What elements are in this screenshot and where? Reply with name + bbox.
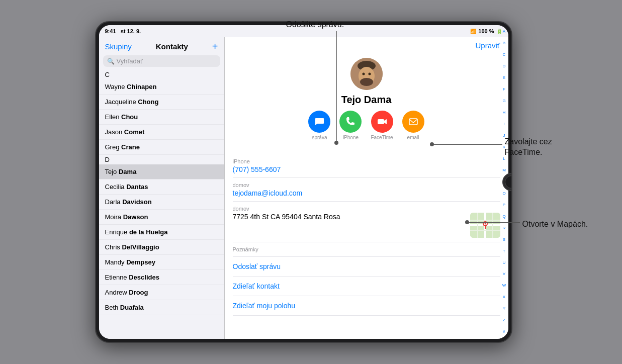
alpha-h[interactable]: H bbox=[501, 111, 507, 115]
alpha-z[interactable]: Z bbox=[501, 318, 507, 322]
alpha-y[interactable]: Y bbox=[501, 307, 507, 311]
contact-bold: DelVillaggio bbox=[122, 243, 159, 251]
alpha-w[interactable]: W bbox=[501, 284, 507, 288]
phone-field-label: iPhone bbox=[233, 158, 500, 164]
search-icon: 🔍 bbox=[107, 58, 115, 65]
list-item[interactable]: Greg Crane bbox=[99, 140, 224, 155]
list-item[interactable]: Andrew Droog bbox=[99, 285, 224, 300]
alpha-b[interactable]: B bbox=[501, 41, 507, 45]
facetime-action-button[interactable]: FaceTime bbox=[371, 111, 393, 140]
callout-dot-maps bbox=[465, 220, 469, 224]
list-item[interactable]: Enrique de la Huelga bbox=[99, 225, 224, 240]
contacts-header: Skupiny Kontakty + bbox=[99, 37, 224, 53]
callout-facetime-text: Zavolajte cezFaceTime. bbox=[505, 137, 552, 156]
list-item[interactable]: Darla Davidson bbox=[99, 195, 224, 210]
email-action-button[interactable]: email bbox=[402, 111, 424, 140]
alpha-d[interactable]: D bbox=[501, 64, 507, 68]
address-field-label: domov bbox=[233, 206, 500, 212]
notes-label: Poznámky bbox=[233, 246, 500, 252]
alpha-r[interactable]: R bbox=[501, 226, 507, 230]
list-item[interactable]: Mandy Dempsey bbox=[99, 255, 224, 270]
alpha-i[interactable]: I bbox=[501, 122, 507, 126]
alpha-v[interactable]: V bbox=[501, 272, 507, 276]
contact-bold: Davidson bbox=[122, 198, 152, 206]
status-time: 9:41 bbox=[105, 28, 116, 34]
list-item[interactable]: Beth Duafala bbox=[99, 300, 224, 315]
svg-point-4 bbox=[362, 73, 365, 75]
phone-field: iPhone (707) 555-6607 bbox=[233, 154, 500, 178]
contact-first: Cecilia bbox=[105, 183, 127, 191]
callout-dot-send bbox=[334, 141, 338, 145]
contact-first: Jacqueline bbox=[105, 98, 138, 106]
email-icon bbox=[408, 117, 418, 127]
message-action-button[interactable]: správa bbox=[308, 111, 330, 140]
search-placeholder: Vyhľadať bbox=[117, 57, 143, 65]
contact-first: Greg bbox=[105, 143, 122, 151]
facetime-button-circle bbox=[371, 111, 393, 133]
main-area: Skupiny Kontakty + 🔍 Vyhľadať C Wayne Ch… bbox=[99, 37, 508, 339]
callout-maps: Otvorte v Mapách. bbox=[522, 220, 588, 229]
svg-rect-6 bbox=[378, 119, 384, 124]
avatar-image bbox=[350, 58, 383, 90]
alpha-hash[interactable]: # bbox=[501, 330, 507, 334]
list-item[interactable]: Jacqueline Chong bbox=[99, 95, 224, 110]
alpha-g[interactable]: G bbox=[501, 99, 507, 103]
share-contact-link[interactable]: Zdieľať kontakt bbox=[233, 277, 500, 296]
share-location-text: Zdieľať moju polohu bbox=[233, 302, 296, 310]
map-svg bbox=[470, 213, 500, 238]
contact-first: Mandy bbox=[105, 258, 127, 266]
contacts-list: C Wayne Chinapen Jacqueline Chong Ellen … bbox=[99, 70, 224, 339]
contact-first: Etienne bbox=[105, 274, 129, 281]
list-item[interactable]: Jason Comet bbox=[99, 125, 224, 140]
alpha-s[interactable]: S bbox=[501, 238, 507, 242]
phone-field-value[interactable]: (707) 555-6607 bbox=[233, 165, 500, 173]
callout-send-message: Odošlite správu. bbox=[286, 20, 344, 29]
alpha-t[interactable]: T bbox=[501, 249, 507, 253]
callout-line-maps bbox=[467, 222, 520, 223]
message-label: správa bbox=[312, 135, 327, 140]
alpha-x[interactable]: X bbox=[501, 295, 507, 299]
list-item[interactable]: Wayne Chinapen bbox=[99, 79, 224, 95]
map-thumbnail[interactable] bbox=[470, 213, 500, 238]
contact-bold: Chinapen bbox=[127, 83, 156, 90]
contact-first: Jason bbox=[105, 128, 124, 136]
email-field-row: domov tejodama@icloud.com bbox=[233, 178, 500, 202]
alpha-o[interactable]: O bbox=[501, 192, 507, 196]
contact-first: Wayne bbox=[105, 83, 127, 90]
list-item[interactable]: Chris DelVillaggio bbox=[99, 240, 224, 255]
ipad-screen: 9:41 st 12. 9. 📶 100 % 🔋 Skupiny Kontakt… bbox=[99, 25, 508, 339]
send-message-link[interactable]: Odoslať správu bbox=[233, 257, 500, 277]
alpha-q[interactable]: Q bbox=[501, 215, 507, 219]
phone-icon bbox=[345, 117, 356, 127]
alpha-c[interactable]: C bbox=[501, 53, 507, 57]
svg-point-18 bbox=[484, 223, 486, 225]
alpha-p[interactable]: P bbox=[501, 203, 507, 207]
list-item[interactable]: Cecilia Dantas bbox=[99, 179, 224, 195]
alpha-u[interactable]: U bbox=[501, 261, 507, 265]
callout-line-facetime bbox=[432, 144, 502, 145]
list-item[interactable]: Ellen Chou bbox=[99, 110, 224, 125]
phone-action-button[interactable]: iPhone bbox=[339, 111, 362, 140]
alpha-e[interactable]: E bbox=[501, 76, 507, 80]
alpha-f[interactable]: F bbox=[501, 87, 507, 92]
send-message-text: Odoslať správu bbox=[233, 262, 281, 270]
email-field-value[interactable]: tejodama@icloud.com bbox=[233, 189, 500, 197]
add-contact-button[interactable]: + bbox=[212, 41, 218, 51]
upravit-button[interactable]: Upraviť bbox=[476, 41, 500, 50]
svg-rect-8 bbox=[409, 119, 417, 125]
list-item-selected[interactable]: Tejo Dama bbox=[99, 164, 224, 179]
contact-bold: Dama bbox=[119, 168, 136, 175]
home-button-inner bbox=[505, 175, 512, 189]
alpha-m[interactable]: M bbox=[501, 168, 507, 172]
contact-first: Chris bbox=[105, 243, 122, 251]
share-location-link[interactable]: Zdieľať moju polohu bbox=[233, 296, 500, 316]
email-field-label: domov bbox=[233, 182, 500, 188]
contact-name: Tejo Dama bbox=[341, 94, 392, 106]
contact-first: Enrique bbox=[105, 228, 129, 236]
contact-bold: Crane bbox=[121, 143, 140, 151]
list-item[interactable]: Moira Dawson bbox=[99, 210, 224, 225]
search-bar[interactable]: 🔍 Vyhľadať bbox=[103, 55, 220, 67]
section-header-c: C bbox=[99, 70, 224, 79]
list-item[interactable]: Etienne Desclides bbox=[99, 270, 224, 285]
skupiny-button[interactable]: Skupiny bbox=[105, 42, 132, 51]
